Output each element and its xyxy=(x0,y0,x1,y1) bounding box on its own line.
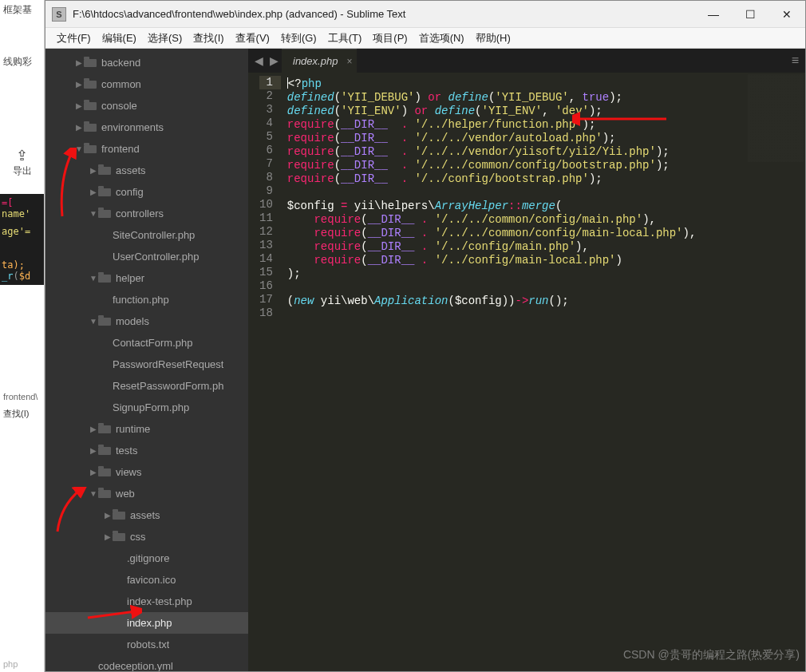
tree-item-label: backend xyxy=(101,57,140,69)
menu-file[interactable]: 文件(F) xyxy=(52,30,96,47)
disclosure-arrow-icon[interactable]: ▶ xyxy=(89,468,98,476)
disclosure-arrow-icon[interactable]: ▶ xyxy=(89,188,98,196)
menu-edit[interactable]: 编辑(E) xyxy=(97,30,141,47)
code-area[interactable]: 123456789101112131415161718 <?php define… xyxy=(248,73,805,671)
tab-label: index.php xyxy=(293,55,338,67)
tree-folder[interactable]: ▶assets xyxy=(45,504,248,526)
disclosure-arrow-icon[interactable]: ▶ xyxy=(74,58,84,67)
tree-file[interactable]: function.php xyxy=(45,289,248,310)
menu-select[interactable]: 选择(S) xyxy=(143,30,187,47)
tree-folder[interactable]: ▶console xyxy=(45,95,248,117)
disclosure-arrow-icon[interactable]: ▶ xyxy=(103,511,113,520)
menu-help[interactable]: 帮助(H) xyxy=(471,30,516,47)
disclosure-arrow-icon[interactable]: ▼ xyxy=(89,209,98,218)
menu-goto[interactable]: 转到(G) xyxy=(276,30,322,47)
tree-item-label: web xyxy=(116,488,135,500)
folder-icon xyxy=(84,124,97,132)
folder-icon xyxy=(84,81,97,89)
folder-icon xyxy=(98,210,111,218)
tree-item-label: index.php xyxy=(127,617,172,629)
nav-forward-icon[interactable]: ▶ xyxy=(267,54,282,67)
minimap[interactable] xyxy=(748,74,804,162)
folder-icon xyxy=(84,145,97,153)
tree-folder[interactable]: ▶config xyxy=(45,181,248,203)
line-number: 7 xyxy=(259,157,273,171)
tree-item-label: views xyxy=(116,466,142,478)
tree-file[interactable]: PasswordResetRequest xyxy=(45,354,248,375)
disclosure-arrow-icon[interactable]: ▼ xyxy=(89,274,98,283)
disclosure-arrow-icon[interactable]: ▶ xyxy=(89,166,98,175)
disclosure-arrow-icon[interactable]: ▶ xyxy=(89,446,98,455)
tab-menu-icon[interactable]: ≡ xyxy=(792,53,799,68)
upload-block: ⇪ 导出 xyxy=(0,144,44,178)
tree-file[interactable]: index.php xyxy=(45,612,248,634)
maximize-button[interactable]: ☐ xyxy=(732,1,768,27)
menu-prefs[interactable]: 首选项(N) xyxy=(414,30,469,47)
disclosure-arrow-icon[interactable]: ▼ xyxy=(89,489,98,498)
tree-item-label: ResetPasswordForm.ph xyxy=(113,380,223,392)
tree-item-label: environments xyxy=(101,121,164,133)
tab-index-php[interactable]: index.php × xyxy=(282,49,357,73)
disclosure-arrow-icon[interactable]: ▶ xyxy=(103,532,113,541)
line-number: 13 xyxy=(259,239,273,252)
line-number: 10 xyxy=(259,198,273,211)
line-number: 4 xyxy=(259,117,273,130)
tree-file[interactable]: ContactForm.php xyxy=(45,332,248,354)
disclosure-arrow-icon[interactable]: ▶ xyxy=(74,80,84,89)
bg-code-fragment: =[ name' age'= ta); _r($d xyxy=(0,194,44,285)
menu-find[interactable]: 查找(I) xyxy=(188,30,228,47)
code-lines[interactable]: <?php defined('YII_DEBUG') or define('YI… xyxy=(281,73,703,671)
tab-close-icon[interactable]: × xyxy=(346,56,352,67)
menu-project[interactable]: 项目(P) xyxy=(368,30,412,47)
tree-folder[interactable]: ▼controllers xyxy=(45,203,248,224)
tree-folder[interactable]: ▼web xyxy=(45,483,248,504)
tree-file[interactable]: .gitignore xyxy=(45,547,248,569)
nav-back-icon[interactable]: ◀ xyxy=(251,54,267,67)
tree-folder[interactable]: ▶assets xyxy=(45,160,248,181)
tree-file[interactable]: UserController.php xyxy=(45,246,248,267)
tree-folder[interactable]: ▶tests xyxy=(45,440,248,461)
tree-item-label: config xyxy=(116,186,144,198)
tree-file[interactable]: SiteController.php xyxy=(45,224,248,246)
tree-file[interactable]: SignupForm.php xyxy=(45,397,248,418)
line-gutter: 123456789101112131415161718 xyxy=(248,73,281,671)
disclosure-arrow-icon[interactable]: ▶ xyxy=(89,425,98,433)
tree-file[interactable]: robots.txt xyxy=(45,634,248,655)
minimize-button[interactable]: — xyxy=(695,1,732,27)
line-number: 12 xyxy=(259,225,273,239)
tree-file[interactable]: index-test.php xyxy=(45,591,248,612)
bg-text: 查找(I) xyxy=(0,405,44,423)
file-tree[interactable]: ▶backend▶common▶console▶environments▼fro… xyxy=(45,49,248,671)
tree-item-label: assets xyxy=(130,509,160,521)
menu-tools[interactable]: 工具(T) xyxy=(323,30,367,47)
tree-folder[interactable]: ▶css xyxy=(45,526,248,547)
tree-file[interactable]: ResetPasswordForm.ph xyxy=(45,375,248,397)
tree-item-label: index-test.php xyxy=(127,595,192,607)
sidebar: ▶backend▶common▶console▶environments▼fro… xyxy=(45,49,248,671)
folder-icon xyxy=(98,318,111,326)
disclosure-arrow-icon[interactable]: ▼ xyxy=(89,317,98,326)
tree-folder[interactable]: ▶backend xyxy=(45,52,248,73)
tree-folder[interactable]: ▶views xyxy=(45,461,248,483)
tree-folder[interactable]: ▶runtime xyxy=(45,418,248,440)
folder-icon xyxy=(98,275,111,283)
folder-icon xyxy=(98,167,111,175)
tree-item-label: SiteController.php xyxy=(113,229,195,241)
tree-file[interactable]: favicon.ico xyxy=(45,569,248,591)
tree-folder[interactable]: ▼helper xyxy=(45,267,248,289)
disclosure-arrow-icon[interactable]: ▶ xyxy=(74,123,84,132)
titlebar[interactable]: S F:\6\htdocs\advanced\frontend\web\inde… xyxy=(45,1,805,28)
tree-folder[interactable]: ▶environments xyxy=(45,117,248,138)
tree-file[interactable]: codeception.yml xyxy=(45,655,248,671)
tree-folder[interactable]: ▶common xyxy=(45,73,248,95)
editor-pane: ◀ ▶ index.php × ≡ 1234567891011121314151… xyxy=(248,49,805,671)
disclosure-arrow-icon[interactable]: ▼ xyxy=(74,144,84,153)
tree-item-label: frontend xyxy=(101,143,140,155)
tree-folder[interactable]: ▼frontend xyxy=(45,138,248,160)
close-button[interactable]: ✕ xyxy=(768,1,805,27)
disclosure-arrow-icon[interactable]: ▶ xyxy=(74,101,84,110)
menu-view[interactable]: 查看(V) xyxy=(231,30,275,47)
tree-folder[interactable]: ▼models xyxy=(45,310,248,332)
folder-icon xyxy=(98,188,111,196)
folder-icon xyxy=(98,490,111,498)
